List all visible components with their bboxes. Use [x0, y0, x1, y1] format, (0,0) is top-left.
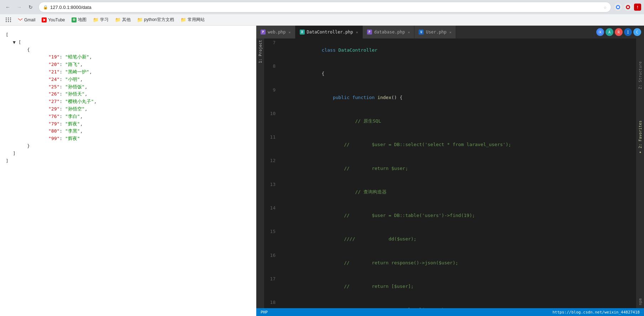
common-label: 常用网站 [188, 17, 205, 23]
refresh-button[interactable]: ↻ [26, 2, 36, 12]
code-line-16: 16 // return response()->json($user); [264, 251, 636, 275]
forward-button[interactable]: → [14, 2, 24, 12]
bookmarks-bar: Gmail YouTube 地图 📁 学习 📁 其他 📁 python官方文档 … [0, 14, 644, 26]
code-line-8: 8 { [264, 62, 636, 86]
statusbar-left: PHP [261, 310, 268, 315]
python-label: python官方文档 [144, 17, 174, 23]
json-root: [ ▼ [ { "19": "蜡笔小新", "20": "路飞", "21": … [6, 31, 250, 165]
ide-content-wrap: 1: Project 7 class DataController 8 [256, 38, 644, 308]
code-editor[interactable]: 7 class DataController 8 { 9 [264, 38, 636, 308]
maps-label: 地图 [78, 17, 87, 23]
svg-point-11 [600, 31, 601, 33]
tab-web-php-close[interactable]: ✕ [289, 30, 291, 34]
database-php-icon: P [367, 30, 372, 35]
npm-tab[interactable]: npm [638, 297, 643, 307]
other-label: 其他 [122, 17, 131, 23]
ide-tabbar: P web.php ✕ D DataController.php ✕ P dat… [256, 26, 644, 38]
tab-web-php[interactable]: P web.php ✕ [256, 26, 295, 38]
json-key-29: "29" [48, 106, 59, 112]
ide-statusbar: PHP https://blog.csdn.net/weixin_4482741… [256, 308, 644, 316]
svg-point-1 [617, 6, 619, 8]
common-folder-icon: 📁 [180, 17, 186, 22]
tab-web-php-label: web.php [268, 30, 286, 35]
code-line-14: 14 // $user = DB::table('users')->find(1… [264, 204, 636, 227]
browser-json-view[interactable]: [ ▼ [ { "19": "蜡笔小新", "20": "路飞", "21": … [0, 26, 256, 316]
code-line-10: 10 // 原生SQL [264, 109, 636, 133]
bookmark-youtube[interactable]: YouTube [39, 16, 68, 24]
kw-class: class [322, 47, 339, 53]
tab-database-php-label: database.php [374, 30, 405, 35]
chrome-titlebar: ← → ↻ 🔒 127.0.0.1:8000/data ☆ ! [0, 0, 644, 14]
tab-datacontroller-php-close[interactable]: ✕ [356, 30, 358, 34]
icon-blue[interactable]: I [624, 28, 632, 36]
other-folder-icon: 📁 [115, 17, 121, 22]
favorites-tab[interactable]: ★ 2: Favorites [638, 119, 643, 156]
icon-teal[interactable]: A [606, 28, 613, 36]
json-open-array: [ [6, 32, 9, 37]
json-key-24: "24" [48, 77, 59, 82]
bookmark-star-icon[interactable]: ☆ [604, 4, 607, 10]
json-key-20: "20" [48, 62, 59, 67]
user-php-icon: U [419, 30, 424, 35]
code-line-17: 17 // return [$user]; [264, 275, 636, 298]
tab-datacontroller-php-label: DataController.php [307, 30, 353, 35]
json-key-19: "19" [48, 54, 59, 59]
main-area: [ ▼ [ { "19": "蜡笔小新", "20": "路飞", "21": … [0, 26, 644, 316]
json-key-99: "99" [48, 136, 59, 141]
ext-icon-1[interactable] [614, 3, 622, 11]
bookmark-python[interactable]: 📁 python官方文档 [134, 16, 177, 24]
url-text: 127.0.0.1:8000/data [50, 5, 602, 10]
structure-tab[interactable]: Z: Structure [638, 60, 643, 90]
study-folder-icon: 📁 [93, 17, 99, 22]
code-line-18: 18 // return Str::plural('user'); [264, 298, 636, 308]
json-key-21: "21" [48, 69, 59, 74]
chrome-icon[interactable] [596, 28, 604, 36]
gmail-label: Gmail [24, 17, 35, 22]
tab-user-php[interactable]: U User.php ✕ [414, 26, 456, 38]
json-key-27: "27" [48, 99, 59, 104]
bookmark-other[interactable]: 📁 其他 [112, 16, 133, 24]
code-lines: 7 class DataController 8 { 9 [264, 38, 636, 308]
study-label: 学习 [100, 17, 109, 23]
json-key-26: "26" [48, 91, 59, 97]
lock-icon: 🔒 [43, 5, 48, 10]
ide-panel: P web.php ✕ D DataController.php ✕ P dat… [256, 26, 644, 316]
code-line-11: 11 // $user = DB::select('select * from … [264, 133, 636, 156]
code-line-7: 7 class DataController [264, 38, 636, 62]
bookmark-apps[interactable] [3, 16, 14, 23]
address-bar[interactable]: 🔒 127.0.0.1:8000/data ☆ [38, 2, 611, 12]
bookmark-study[interactable]: 📁 学习 [90, 16, 111, 24]
ide-right-panel: Z: Structure ★ 2: Favorites npm [636, 38, 644, 308]
youtube-label: YouTube [48, 17, 65, 22]
icon-lightblue[interactable]: C [633, 28, 641, 36]
ide-left-panel: 1: Project [256, 38, 264, 308]
python-folder-icon: 📁 [137, 17, 143, 22]
json-key-80: "80" [48, 128, 59, 134]
code-line-13: 13 // 查询构造器 [264, 180, 636, 204]
bookmark-common[interactable]: 📁 常用网站 [178, 16, 208, 24]
ext-icon-alert[interactable]: ! [634, 4, 641, 11]
json-key-79: "79" [48, 121, 59, 126]
opera-icon[interactable] [624, 3, 632, 11]
tab-database-php-close[interactable]: ✕ [408, 30, 410, 34]
statusbar-url: https://blog.csdn.net/weixin_44827418 [553, 310, 640, 315]
svg-point-3 [627, 6, 629, 8]
bookmark-maps[interactable]: 地图 [69, 16, 89, 24]
tab-database-php[interactable]: P database.php ✕ [363, 26, 415, 38]
datacontroller-php-icon: D [300, 30, 305, 35]
tab-user-php-label: User.php [426, 30, 446, 35]
back-button[interactable]: ← [3, 2, 13, 12]
web-php-icon: P [261, 30, 266, 35]
code-line-15: 15 //// dd($user); [264, 227, 636, 251]
bookmark-gmail[interactable]: Gmail [15, 16, 38, 24]
json-key-76: "76" [48, 114, 59, 119]
code-line-9: 9 public function index() { [264, 86, 636, 109]
chrome-extension-icons: ! [614, 3, 641, 11]
project-tab[interactable]: 1: Project [258, 38, 263, 64]
json-key-25: "25" [48, 84, 59, 89]
tab-datacontroller-php[interactable]: D DataController.php ✕ [295, 26, 363, 38]
ide-topbar-icons: A R I C [596, 28, 641, 36]
icon-red[interactable]: R [615, 28, 623, 36]
nav-buttons: ← → ↻ [3, 2, 36, 12]
tab-user-php-close[interactable]: ✕ [449, 30, 451, 34]
